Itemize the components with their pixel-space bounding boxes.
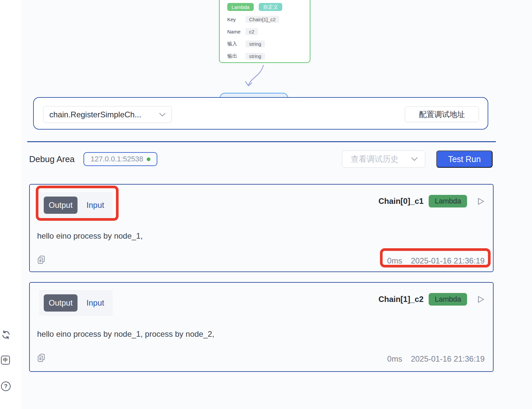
input-type-value: string [245, 40, 265, 47]
flow-node-card-c2[interactable]: Lambda 自定义 Key Chain[1]_c2 Name c2 输入 st… [219, 0, 310, 63]
tab-output[interactable]: Output [44, 294, 78, 312]
eino-debug-page: Lambda 自定义 Key Chain[1]_c2 Name c2 输入 st… [0, 0, 532, 409]
output-content-text: hello eino process by node_1, process by… [37, 329, 214, 339]
copy-icon[interactable] [37, 255, 46, 264]
node-key-label: Chain[1]_c2 [378, 295, 423, 304]
configure-debug-address-button[interactable]: 配置调试地址 [405, 106, 479, 122]
execution-time-row: 0ms 2025-01-16 21:36:19 [387, 256, 485, 265]
node-name-row: Name c2 [227, 28, 310, 35]
node-key-label: Chain[0]_c1 [378, 197, 423, 206]
lambda-badge: Lambda [429, 195, 467, 207]
tab-input[interactable]: Input [86, 298, 104, 308]
timestamp-label: 2025-01-16 21:36:19 [411, 354, 485, 364]
chain-select-value: chain.RegisterSimpleCh... [49, 110, 159, 119]
test-run-button[interactable]: Test Run [436, 150, 493, 168]
debug-result-card: Output Input Chain[1]_c2 Lambda hello ei… [29, 282, 494, 372]
chain-select[interactable]: chain.RegisterSimpleCh... [43, 106, 172, 123]
node-output-type-row: 输出 string [227, 52, 310, 60]
card-node-info: Chain[1]_c2 Lambda [378, 293, 485, 306]
timestamp-label: 2025-01-16 21:36:19 [411, 256, 485, 265]
card-node-info: Chain[0]_c1 Lambda [378, 195, 485, 207]
node-key-row: Key Chain[1]_c2 [227, 16, 310, 23]
duration-label: 0ms [387, 354, 402, 364]
connection-status-dot [147, 157, 150, 161]
key-label: Key [227, 17, 241, 22]
sync-icon[interactable] [1, 330, 11, 339]
language-icon[interactable]: 中 [1, 356, 10, 365]
tab-input[interactable]: Input [86, 201, 104, 210]
lambda-badge: Lambda [429, 293, 467, 306]
output-type-value: string [245, 53, 265, 60]
debug-history-select[interactable]: 查看调试历史 [342, 150, 425, 168]
name-value: c2 [245, 28, 258, 35]
copy-icon[interactable] [37, 353, 46, 363]
output-type-label: 输出 [227, 53, 241, 59]
node-input-type-row: 输入 string [227, 40, 310, 47]
debug-result-card: Output Input Chain[0]_c1 Lambda hello ei… [29, 184, 494, 272]
play-icon[interactable] [476, 295, 485, 304]
custom-type-badge: 自定义 [259, 3, 282, 11]
node-badges: Lambda 自定义 [227, 3, 310, 11]
help-icon[interactable]: ? [1, 381, 11, 391]
key-value: Chain[1]_c2 [245, 16, 279, 23]
execution-time-row: 0ms 2025-01-16 21:36:19 [387, 354, 485, 364]
debug-address: 127.0.0.1:52538 [90, 155, 143, 163]
debug-history-placeholder: 查看调试历史 [351, 154, 411, 164]
output-input-tabs: Output Input [39, 192, 113, 218]
input-type-label: 输入 [227, 41, 241, 47]
flow-edge-arrow [244, 65, 268, 92]
left-rail: 中 ? [0, 0, 22, 409]
tab-output[interactable]: Output [44, 197, 78, 214]
debug-area-title: Debug Area [29, 154, 75, 164]
section-divider [27, 141, 496, 142]
debug-toolbar-panel: chain.RegisterSimpleCh... 配置调试地址 [33, 97, 488, 130]
duration-label: 0ms [387, 256, 402, 265]
name-label: Name [227, 29, 241, 34]
chevron-down-icon [411, 157, 418, 161]
output-content-text: hello eino process by node_1, [37, 231, 143, 241]
output-input-tabs: Output Input [39, 290, 113, 316]
play-icon[interactable] [476, 197, 485, 206]
lambda-type-badge: Lambda [227, 3, 254, 11]
chevron-down-icon [159, 113, 166, 117]
debug-address-pill: 127.0.0.1:52538 [83, 152, 157, 166]
